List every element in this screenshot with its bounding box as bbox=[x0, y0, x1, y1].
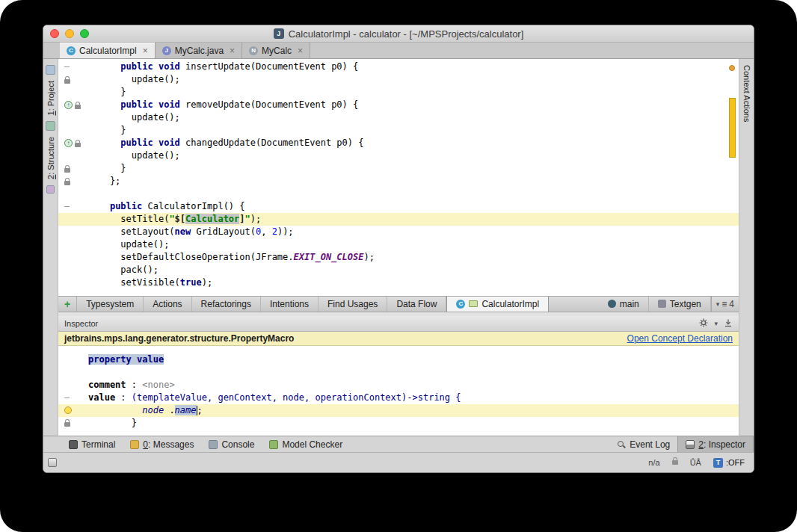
code-token: GridLayout( bbox=[191, 226, 256, 237]
editor-code-line[interactable]: public void insertUpdate(DocumentEvent p… bbox=[58, 61, 739, 73]
inspector-code-line[interactable]: } bbox=[58, 417, 739, 430]
gear-icon[interactable] bbox=[699, 318, 708, 329]
tool-tab-typesystem[interactable]: Typesystem bbox=[77, 297, 144, 312]
code-token: setDefaultCloseOperation(JFrame. bbox=[88, 252, 294, 262]
encoding-indicator-icon[interactable]: ŮÅ bbox=[690, 458, 701, 467]
statusbar-tab-inspector[interactable]: 2: Inspector bbox=[677, 436, 754, 452]
class-icon: C bbox=[456, 300, 465, 309]
editor-code-line[interactable]: setTitle("$[Calculator]"); bbox=[58, 213, 739, 226]
node-icon: N bbox=[249, 46, 258, 55]
project-tool-icon[interactable] bbox=[46, 65, 55, 75]
editor-code-line[interactable]: pack(); bbox=[58, 264, 739, 276]
model-checker-icon bbox=[269, 440, 278, 449]
statusbar-tab-terminal[interactable]: Terminal bbox=[61, 436, 123, 452]
code-token: update(); bbox=[88, 150, 180, 161]
java-file-icon: J bbox=[162, 46, 171, 55]
editor-code-line[interactable]: } bbox=[58, 86, 739, 99]
gutter bbox=[58, 61, 88, 73]
code-token bbox=[88, 61, 120, 72]
inspector-code-line[interactable]: value : (templateValue, genContext, node… bbox=[58, 392, 739, 404]
editor-code-line[interactable]: update(); bbox=[58, 111, 739, 124]
implement-marker-icon[interactable]: ↑ bbox=[64, 101, 73, 109]
favorites-tool-icon[interactable] bbox=[46, 185, 55, 194]
hide-toolwindows-button[interactable] bbox=[48, 458, 57, 467]
intention-bulb-icon[interactable] bbox=[64, 406, 72, 414]
tool-tab-label: CalculatorImpl bbox=[481, 299, 539, 309]
open-concept-declaration-link[interactable]: Open Concept Declaration bbox=[627, 333, 733, 344]
structure-tool-icon[interactable] bbox=[46, 121, 55, 131]
editor-tab-calculatorimpl[interactable]: CCalculatorImpl× bbox=[60, 43, 156, 58]
implement-marker-icon[interactable]: ↑ bbox=[64, 139, 73, 147]
tool-tab-refactorings[interactable]: Refactorings bbox=[192, 297, 261, 312]
tabs-overflow-button[interactable]: ▾ ≡ 4 bbox=[711, 297, 739, 312]
left-tool-strip: 1: Project2: Structure bbox=[43, 59, 58, 436]
tool-tab-intentions[interactable]: Intentions bbox=[261, 297, 319, 312]
scrollbar-error-stripe[interactable] bbox=[729, 98, 736, 158]
editor-code-line[interactable]: public CalculatorImpl() { bbox=[58, 200, 739, 213]
editor-code-line[interactable]: setVisible(true); bbox=[58, 276, 739, 289]
code-token: Calculator bbox=[185, 214, 239, 224]
inspector-editor[interactable]: property valuecomment : <none>value : (t… bbox=[58, 346, 739, 436]
add-tab-button[interactable]: + bbox=[58, 297, 77, 312]
close-window-button[interactable] bbox=[50, 29, 59, 38]
code-token: public void bbox=[120, 61, 179, 72]
tool-button-structure[interactable]: 2: Structure bbox=[46, 137, 55, 179]
statusbar-tab-label: 0: Messages bbox=[143, 439, 194, 450]
tool-tab-textgen[interactable]: Textgen bbox=[649, 297, 711, 312]
tool-tab-data-flow[interactable]: Data Flow bbox=[387, 297, 446, 312]
fold-marker[interactable] bbox=[64, 66, 70, 67]
app-icon: J bbox=[274, 28, 284, 39]
statusbar-tab-model-checker[interactable]: Model Checker bbox=[262, 436, 350, 452]
editor-code-line[interactable]: ↑ public void removeUpdate(DocumentEvent… bbox=[58, 99, 739, 111]
statusbar-tab-messages[interactable]: 0: Messages bbox=[123, 436, 201, 452]
lock-icon bbox=[64, 79, 70, 84]
editor-code-line[interactable]: } bbox=[58, 124, 739, 137]
tool-button-context-actions[interactable]: Context Actions bbox=[742, 65, 751, 122]
tool-button-project[interactable]: 1: Project bbox=[46, 81, 55, 115]
code-token: update(); bbox=[88, 74, 180, 84]
inspector-code-line[interactable]: property value bbox=[58, 353, 739, 366]
tool-tab-calculatorimpl[interactable]: C CalculatorImpl bbox=[446, 297, 549, 312]
inspector-code-line[interactable]: node .name; bbox=[58, 404, 739, 417]
editor-code-line[interactable]: update(); bbox=[58, 238, 739, 251]
code-editor[interactable]: public void insertUpdate(DocumentEvent p… bbox=[58, 59, 739, 296]
lock-icon[interactable] bbox=[672, 460, 678, 465]
code-token: CalculatorImpl() { bbox=[142, 201, 244, 211]
close-tab-icon[interactable]: × bbox=[298, 47, 303, 55]
tool-tab-main[interactable]: main bbox=[599, 297, 649, 312]
editor-code-line[interactable]: update(); bbox=[58, 149, 739, 162]
editor-code-line[interactable]: } bbox=[58, 162, 739, 175]
inspector-lines: property valuecomment : <none>value : (t… bbox=[58, 353, 739, 430]
code-token bbox=[88, 137, 120, 148]
code-token: update(); bbox=[88, 112, 180, 123]
code-token: }; bbox=[88, 176, 120, 186]
inspector-code-line[interactable]: comment : <none> bbox=[58, 379, 739, 392]
titlebar[interactable]: J CalculatorImpl - calculator - [~/MPSPr… bbox=[43, 25, 754, 43]
code-token: } bbox=[88, 163, 126, 173]
minimize-window-button[interactable] bbox=[65, 29, 74, 38]
hide-panel-icon[interactable] bbox=[724, 318, 733, 329]
editor-code-line[interactable]: }; bbox=[58, 175, 739, 188]
editor-tab-mycalc[interactable]: NMyCalc× bbox=[242, 43, 310, 58]
tool-tab-find-usages[interactable]: Find Usages bbox=[319, 297, 387, 312]
editor-code-line[interactable]: update(); bbox=[58, 73, 739, 86]
close-tab-icon[interactable]: × bbox=[230, 47, 235, 55]
zoom-window-button[interactable] bbox=[80, 29, 89, 38]
close-tab-icon[interactable]: × bbox=[143, 47, 148, 55]
chevron-down-icon[interactable]: ▾ bbox=[714, 320, 718, 327]
typesystem-toggle[interactable]: T :OFF bbox=[713, 458, 745, 468]
code-token: ); bbox=[363, 252, 374, 262]
caret-position[interactable]: n/a bbox=[648, 458, 659, 467]
editor-tab-label: MyCalc bbox=[262, 46, 292, 56]
editor-tab-mycalc-java[interactable]: JMyCalc.java× bbox=[156, 43, 242, 58]
editor-code-line[interactable]: ↑ public void changedUpdate(DocumentEven… bbox=[58, 137, 739, 149]
tool-tab-actions[interactable]: Actions bbox=[144, 297, 191, 312]
statusbar-tab-console[interactable]: Console bbox=[201, 436, 262, 452]
inspector-code-line[interactable] bbox=[58, 366, 739, 379]
fold-marker[interactable] bbox=[64, 398, 70, 398]
editor-code-line[interactable]: setDefaultCloseOperation(JFrame.EXIT_ON_… bbox=[58, 251, 739, 264]
statusbar-tab-event-log[interactable]: Event Log bbox=[609, 436, 677, 452]
fold-marker[interactable] bbox=[64, 206, 70, 207]
editor-code-line[interactable] bbox=[58, 188, 739, 200]
editor-code-line[interactable]: setLayout(new GridLayout(0, 2)); bbox=[58, 226, 739, 238]
